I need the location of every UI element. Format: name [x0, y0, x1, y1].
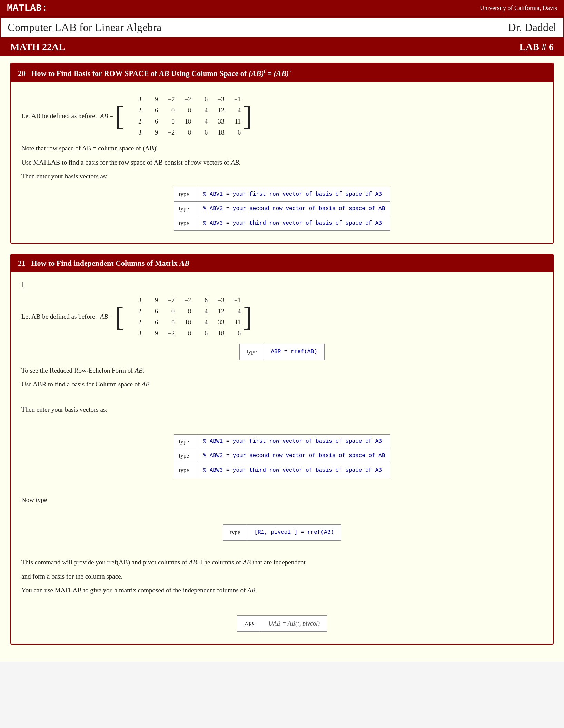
type-label-abw2: type: [174, 449, 198, 463]
cell21-r1c7: −1: [226, 295, 241, 306]
type-label-uab: type: [237, 615, 261, 632]
pivot-desc1: This command will provide you rref(AB) a…: [21, 557, 543, 568]
cell21-r2c5: 4: [192, 306, 208, 317]
cell-r2c3: 0: [159, 105, 175, 116]
cell-r2c2: 6: [143, 105, 158, 116]
closing-bracket: ]: [21, 279, 543, 290]
problem-20-number: 20: [18, 69, 31, 78]
cell21-r4c5: 6: [192, 328, 208, 339]
code-abw3: % ABW3 = your third row vector of basis …: [198, 463, 390, 478]
matrix-intro-text: Let AB be defined as before. AB =: [21, 110, 115, 121]
matrix-grid-20: 3 9 −7 −2 6 −3 −1 2 6 0 8 4 12: [126, 94, 241, 138]
matlab-label: MATLAB:: [7, 3, 48, 13]
cell21-r3c6: 33: [209, 317, 224, 328]
code-abw1: % ABW1 = your first row vector of basis …: [198, 434, 390, 449]
cell21-r2c1: 2: [126, 306, 141, 317]
cell-r3c7: 11: [226, 116, 241, 127]
cell21-r4c6: 18: [209, 328, 224, 339]
university-label: University of California, Davis: [480, 4, 557, 12]
cmd-row-abv3: type % ABV3 = your third row vector of b…: [174, 216, 390, 231]
cell-r4c2: 9: [143, 127, 158, 138]
cmd-row-abv2: type % ABV2 = your second row vector of …: [174, 202, 390, 216]
type-label-abw3: type: [174, 463, 198, 478]
cmd-row-abw1: type % ABW1 = your first row vector of b…: [174, 434, 390, 449]
cell-r1c4: −2: [176, 94, 191, 105]
type-label-2: type: [174, 202, 198, 216]
code-abv2: % ABV2 = your second row vector of basis…: [198, 202, 390, 216]
problem-21-matrix-eq: Let AB be defined as before. AB = [ 3 9 …: [21, 295, 543, 338]
pivot-desc3: You can use MATLAB to give you a matrix …: [21, 585, 543, 596]
cell21-r2c6: 12: [209, 306, 224, 317]
matrix-bracket-wrap-21: [ 3 9 −7 −2 6 −3 −1 2 6 0 8: [115, 295, 252, 338]
cmd-row-abv1: type % ABV1 = your first row vector of b…: [174, 187, 390, 202]
left-bracket: [: [115, 102, 124, 130]
cell-r2c4: 8: [176, 105, 191, 116]
cell21-r3c4: 18: [176, 317, 191, 328]
matrix-grid-21: 3 9 −7 −2 6 −3 −1 2 6 0 8 4 12: [126, 295, 241, 338]
cell21-r4c7: 6: [226, 328, 241, 339]
cell-r4c7: 6: [226, 127, 241, 138]
pivot-row: type [R1, pivcol ] = rref(AB): [223, 525, 341, 541]
cell21-r2c2: 6: [143, 306, 158, 317]
main-content: 20 How to Find Basis for ROW SPACE of AB…: [0, 56, 564, 662]
problem-21-number: 21: [18, 259, 31, 267]
cell-r1c3: −7: [159, 94, 175, 105]
cell21-r4c1: 3: [126, 328, 141, 339]
right-bracket-21: ]: [243, 303, 252, 331]
problem-21-instr: Then enter your basis vectors as:: [21, 404, 543, 415]
code-abv3: % ABV3 = your third row vector of basis …: [198, 216, 390, 231]
section-bar: MATH 22AL LAB # 6: [0, 38, 564, 56]
code-uab: UAB = AB(:, pivcol): [261, 615, 327, 632]
cell-r4c6: 18: [209, 127, 224, 138]
cell21-r1c4: −2: [176, 295, 191, 306]
problem-20-instr1: Use MATLAB to find a basis for the row s…: [21, 157, 543, 168]
lab-num: LAB # 6: [519, 41, 554, 52]
uab-command-table: type UAB = AB(:, pivcol): [237, 615, 327, 632]
cell21-r4c4: 8: [176, 328, 191, 339]
matrix-intro-text-21: Let AB be defined as before. AB =: [21, 311, 115, 322]
right-bracket: ]: [243, 102, 252, 130]
cmd-row-abw3: type % ABW3 = your third row vector of b…: [174, 463, 390, 478]
problem-20-box: 20 How to Find Basis for ROW SPACE of AB…: [10, 63, 554, 244]
instructor-label: Dr. Daddel: [508, 21, 556, 34]
problem-21-body: ] Let AB be defined as before. AB = [ 3 …: [11, 272, 553, 644]
cell21-r3c2: 6: [143, 317, 158, 328]
cell21-r1c3: −7: [159, 295, 175, 306]
code-abv1: % ABV1 = your first row vector of basis …: [198, 187, 390, 202]
problem-20-header: 20 How to Find Basis for ROW SPACE of AB…: [11, 63, 553, 82]
cell-r2c7: 4: [226, 105, 241, 116]
problem-21-desc2: Use ABR to find a basis for Column space…: [21, 379, 543, 390]
problem-21-header: 21 How to Find independent Columns of Ma…: [11, 255, 553, 272]
cell-r1c1: 3: [126, 94, 141, 105]
cell-r2c5: 4: [192, 105, 208, 116]
problem-21-box: 21 How to Find independent Columns of Ma…: [10, 254, 554, 645]
problem-21-title: How to Find independent Columns of Matri…: [31, 259, 190, 267]
uab-row: type UAB = AB(:, pivcol): [237, 615, 327, 632]
cmd-row-abw2: type % ABW2 = your second row vector of …: [174, 449, 390, 463]
cell-r3c4: 18: [176, 116, 191, 127]
cell-r4c3: −2: [159, 127, 175, 138]
code-rref: ABR = rref(AB): [264, 344, 324, 360]
problem-20-commands: type % ABV1 = your first row vector of b…: [174, 187, 390, 231]
cell-r2c6: 12: [209, 105, 224, 116]
cell-r3c5: 4: [192, 116, 208, 127]
matrix-bracket-wrap: [ 3 9 −7 −2 6 −3 −1 2 6 0 8: [115, 94, 252, 138]
type-label-rref: type: [240, 344, 264, 360]
problem-21-commands: type % ABW1 = your first row vector of b…: [174, 434, 390, 478]
cell21-r1c6: −3: [209, 295, 224, 306]
cell-r3c6: 33: [209, 116, 224, 127]
cell-r3c3: 5: [159, 116, 175, 127]
cell-r2c1: 2: [126, 105, 141, 116]
cell21-r1c5: 6: [192, 295, 208, 306]
code-pivot: [R1, pivcol ] = rref(AB): [247, 525, 341, 541]
type-label-abw1: type: [174, 434, 198, 449]
type-label-pivot: type: [223, 525, 247, 541]
problem-20-body: Let AB be defined as before. AB = [ 3 9 …: [11, 82, 553, 243]
header-bottom: Computer LAB for Linear Algebra Dr. Dadd…: [0, 17, 564, 38]
cell-r3c1: 2: [126, 116, 141, 127]
cell21-r3c1: 2: [126, 317, 141, 328]
cell-r1c7: −1: [226, 94, 241, 105]
left-bracket-21: [: [115, 303, 124, 331]
math-code: MATH 22AL: [10, 41, 65, 52]
cell-r1c2: 9: [143, 94, 158, 105]
